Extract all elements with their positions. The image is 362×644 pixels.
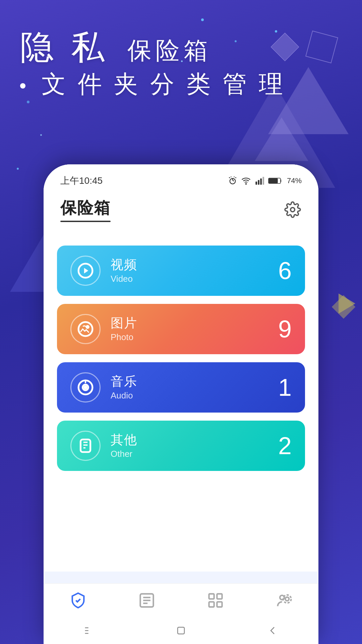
content-area: [44, 471, 318, 572]
wifi-icon: [241, 176, 251, 185]
back-icon: [266, 624, 279, 637]
video-name-en: Video: [111, 274, 278, 284]
photo-name-zh: 图片: [111, 316, 278, 331]
alarm-icon: [228, 176, 237, 185]
other-card[interactable]: 其他 Other 2: [57, 421, 305, 471]
app-title-container: 保险箱: [60, 197, 111, 222]
video-icon: [77, 262, 94, 279]
star-decoration: [40, 134, 42, 136]
users-nav-icon: [276, 592, 293, 609]
arrow-decoration: [339, 293, 355, 314]
menu-button[interactable]: [83, 624, 96, 637]
nav-list[interactable]: [112, 590, 181, 610]
photo-count: 9: [278, 315, 292, 343]
svg-rect-21: [217, 602, 222, 607]
nav-users[interactable]: [250, 590, 318, 610]
svg-rect-2: [255, 181, 257, 184]
status-time: 上午10:45: [60, 174, 103, 187]
audio-count: 1: [278, 374, 292, 401]
svg-point-11: [78, 322, 93, 336]
svg-rect-18: [209, 594, 214, 599]
svg-point-12: [86, 326, 88, 328]
photo-card[interactable]: 图片 Photo 9: [57, 304, 305, 354]
home-button[interactable]: [174, 624, 188, 637]
svg-rect-5: [262, 177, 264, 184]
gear-icon: [284, 201, 301, 218]
svg-rect-16: [80, 439, 90, 452]
other-icon: [77, 437, 94, 454]
video-count: 6: [278, 257, 292, 284]
photo-icon-container: [70, 314, 101, 344]
list-nav-icon: [138, 592, 156, 609]
status-bar: 上午10:45 74%: [44, 164, 318, 191]
battery-percent: 74%: [287, 176, 302, 185]
svg-marker-10: [84, 268, 88, 274]
svg-rect-3: [258, 180, 259, 185]
bullet-icon: [20, 83, 25, 89]
svg-rect-19: [217, 594, 222, 599]
apps-icon: [205, 590, 226, 610]
system-nav: [44, 617, 318, 644]
video-name-zh: 视频: [111, 257, 278, 273]
audio-card[interactable]: 音乐 Audio 1: [57, 362, 305, 413]
photo-icon: [77, 321, 94, 337]
svg-point-8: [291, 208, 295, 212]
apps-nav-icon: [207, 592, 224, 609]
nav-apps[interactable]: [181, 590, 250, 610]
phone-mockup: 上午10:45 74% 保险箱: [44, 164, 318, 644]
video-card[interactable]: 视频 Video 6: [57, 246, 305, 296]
menu-icon: [83, 624, 96, 637]
bottom-navigation: [44, 583, 318, 617]
star-decoration: [17, 168, 19, 170]
other-count: 2: [278, 432, 292, 460]
svg-rect-20: [209, 602, 214, 607]
app-screen-title: 保险箱: [60, 197, 111, 219]
settings-button[interactable]: [284, 201, 302, 219]
svg-rect-4: [260, 178, 262, 185]
star-decoration: [27, 101, 29, 103]
svg-point-23: [285, 597, 289, 601]
users-icon: [274, 590, 294, 610]
other-name-zh: 其他: [111, 432, 278, 448]
photo-card-text: 图片 Photo: [111, 316, 278, 343]
other-card-text: 其他 Other: [111, 432, 278, 460]
svg-point-15: [84, 386, 86, 388]
audio-card-text: 音乐 Audio: [111, 374, 278, 401]
audio-icon-container: [70, 372, 101, 402]
audio-name-en: Audio: [111, 390, 278, 401]
other-icon-container: [70, 431, 101, 461]
nav-safe[interactable]: [44, 590, 112, 610]
cube-decoration: [305, 31, 338, 63]
app-tagline-main: 隐 私 保险箱: [20, 27, 286, 67]
audio-name-zh: 音乐: [111, 374, 278, 389]
svg-point-1: [246, 183, 246, 184]
cards-container: 视频 Video 6 图片 Photo 9: [44, 232, 318, 471]
battery-icon: [268, 176, 283, 185]
shield-nav-icon: [69, 592, 87, 609]
list-icon: [137, 590, 157, 610]
video-icon-container: [70, 256, 101, 286]
audio-icon: [77, 379, 94, 396]
signal-icon: [255, 176, 264, 185]
back-button[interactable]: [266, 624, 279, 637]
star-decoration: [201, 18, 204, 21]
status-icons: 74%: [228, 176, 302, 185]
app-header: 保险箱: [44, 191, 318, 232]
shield-icon: [68, 590, 88, 610]
title-underline: [60, 221, 111, 222]
other-name-en: Other: [111, 449, 278, 459]
video-card-text: 视频 Video: [111, 257, 278, 284]
app-tagline-sub: 文 件 夹 分 类 管 理: [20, 67, 286, 101]
home-icon: [174, 624, 188, 637]
header-section: 隐 私 保险箱 文 件 夹 分 类 管 理: [20, 27, 286, 101]
svg-rect-7: [269, 178, 278, 183]
triangle-decoration: [255, 117, 308, 161]
svg-rect-28: [178, 627, 184, 634]
photo-name-en: Photo: [111, 332, 278, 342]
